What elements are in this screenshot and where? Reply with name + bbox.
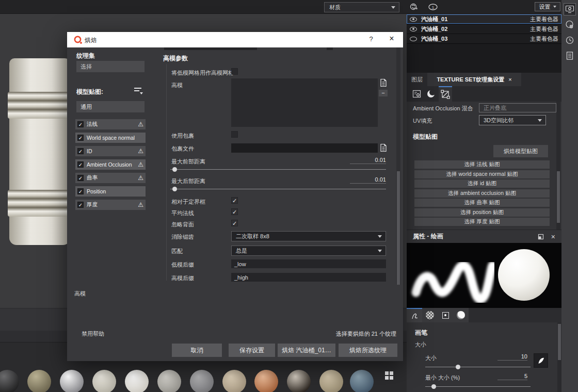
model-gas-canister[interactable] — [9, 58, 70, 245]
sync-visibility-icon[interactable] — [409, 3, 419, 11]
max-rear-value[interactable]: 0.01 — [350, 176, 386, 184]
select-map-button[interactable]: 选择 ambient occlusion 贴图 — [414, 189, 550, 198]
material-tab[interactable] — [453, 308, 469, 322]
checkbox-checked[interactable]: ✓ — [77, 135, 84, 141]
select-map-button[interactable]: 选择 厚度 贴图 — [414, 218, 550, 226]
use-low-as-high-checkbox[interactable] — [231, 68, 238, 75]
material-thumbnail[interactable] — [92, 370, 116, 392]
cage-file-field[interactable] — [231, 143, 378, 153]
cancel-button[interactable]: 取消 — [172, 344, 222, 357]
stencil-tab[interactable] — [438, 308, 453, 322]
checkbox-checked[interactable]: ✓ — [77, 161, 84, 168]
match-dropdown[interactable]: 总是 — [231, 246, 386, 256]
shader-label[interactable]: 主要着色器 — [530, 15, 558, 23]
disable-help-label[interactable]: 禁用帮助 — [82, 330, 104, 338]
close-icon[interactable]: × — [386, 34, 397, 45]
antialiasing-dropdown[interactable]: 二次取样 8x8 — [231, 231, 386, 241]
min-size-value[interactable]: 5 — [497, 373, 527, 380]
material-thumbnail[interactable] — [157, 370, 181, 392]
ignore-backface-checkbox[interactable]: ✓ — [231, 220, 238, 226]
size-slider[interactable] — [425, 365, 531, 369]
checkbox-checked[interactable]: ✓ — [77, 175, 84, 181]
bake-current-button[interactable]: 烘焙 汽油桶_01… — [278, 344, 335, 357]
bake-map-row[interactable]: ✓World space normal — [75, 133, 146, 143]
bake-map-row[interactable]: ✓Position — [75, 186, 146, 197]
high-poly-list[interactable] — [231, 78, 378, 127]
bake-map-row[interactable]: ✓Ambient Occlusion⚠ — [75, 159, 146, 170]
tab-close-icon[interactable]: × — [508, 76, 511, 83]
bake-map-row[interactable]: ✓曲率⚠ — [75, 173, 146, 183]
checkbox-checked[interactable]: ✓ — [77, 188, 84, 194]
select-map-button[interactable]: 选择 position 贴图 — [414, 208, 550, 217]
scrollbar[interactable] — [556, 102, 560, 230]
texture-set-select[interactable]: 选择 — [76, 61, 145, 72]
save-settings-button[interactable]: 保存设置 — [229, 344, 275, 357]
file-browse-icon[interactable] — [380, 78, 387, 87]
file-browse-icon[interactable] — [380, 143, 387, 152]
select-map-button[interactable]: 选择 world space normal 贴图 — [414, 170, 550, 178]
preset-common[interactable]: 通用 — [76, 101, 145, 112]
material-thumbnail[interactable] — [60, 370, 84, 392]
material-thumbnail[interactable] — [319, 370, 343, 392]
eye-hidden-icon[interactable] — [410, 37, 417, 41]
display-settings-icon[interactable] — [564, 3, 576, 15]
texture-set-row[interactable]: 汽油桶_02主要着色器 — [407, 24, 561, 34]
bake-map-row[interactable]: ✓法线⚠ — [75, 119, 146, 129]
checkbox-checked[interactable]: ✓ — [77, 121, 84, 127]
texture-set-row[interactable]: 汽油桶_01主要着色器 — [407, 14, 561, 24]
mesh-maps-icon[interactable] — [439, 86, 452, 102]
shader-label[interactable]: 主要着色器 — [530, 35, 558, 43]
uv-padding-dropdown[interactable]: 3D空间比邻 — [479, 115, 546, 125]
dock-icon[interactable] — [538, 234, 544, 240]
log-icon[interactable] — [564, 50, 576, 62]
high-suffix-field[interactable]: _high — [231, 273, 386, 282]
scrollbar[interactable] — [557, 322, 561, 392]
tab-texture-set-settings[interactable]: TEXTURE SET纹理集设置 × — [427, 73, 521, 86]
viewport-mode-dropdown[interactable]: 材质 — [324, 2, 399, 12]
checkbox-checked[interactable]: ✓ — [77, 148, 84, 154]
bake-selected-button[interactable]: 烘焙所选纹理 — [339, 344, 397, 357]
eye-single-icon[interactable]: 1 — [427, 3, 439, 11]
bake-map-row[interactable]: ✓厚度⚠ — [75, 200, 146, 210]
max-frontal-slider[interactable] — [170, 167, 386, 172]
eye-visible-icon[interactable] — [410, 27, 417, 31]
help-icon[interactable]: ? — [366, 35, 376, 44]
size-value[interactable]: 10 — [497, 353, 527, 361]
max-rear-slider[interactable] — [170, 187, 386, 191]
tab-layers[interactable]: 图层 — [407, 73, 427, 86]
select-map-button[interactable]: 选择 法线 贴图 — [414, 160, 550, 169]
shelf-grid-view-icon[interactable] — [385, 371, 394, 381]
bake-map-row[interactable]: ✓ID⚠ — [75, 146, 146, 156]
average-normals-checkbox[interactable]: ✓ — [231, 208, 238, 215]
material-thumbnail[interactable] — [125, 370, 149, 392]
dialog-scrollbar[interactable] — [396, 47, 400, 285]
dialog-title-bar[interactable]: 烘焙 ? × — [67, 32, 403, 47]
bake-mesh-maps-button[interactable]: 烘焙模型贴图 — [493, 145, 548, 157]
low-suffix-field[interactable]: _low — [231, 259, 386, 268]
select-map-button[interactable]: 选择 id 贴图 — [414, 179, 550, 188]
use-cage-checkbox[interactable] — [231, 131, 238, 138]
alpha-tab[interactable] — [422, 308, 438, 322]
relative-bbox-checkbox[interactable]: ✓ — [231, 197, 238, 204]
material-thumbnail[interactable] — [222, 370, 246, 392]
remove-icon[interactable]: − — [379, 90, 388, 96]
close-icon[interactable]: × — [551, 233, 555, 241]
history-icon[interactable] — [564, 34, 576, 46]
material-thumbnail[interactable] — [350, 370, 374, 392]
material-sphere-icon[interactable] — [424, 86, 438, 102]
material-thumbnail[interactable] — [254, 370, 278, 392]
material-thumbnail[interactable] — [27, 370, 51, 392]
material-thumbnail[interactable] — [190, 370, 214, 392]
checkbox-checked[interactable]: ✓ — [77, 202, 84, 208]
select-map-button[interactable]: 选择 曲率 贴图 — [414, 199, 550, 207]
max-frontal-value[interactable]: 0.01 — [350, 157, 386, 164]
channels-settings-icon[interactable] — [410, 86, 423, 102]
eye-visible-icon[interactable] — [410, 17, 417, 22]
material-thumbnail[interactable] — [287, 370, 311, 392]
texture-set-row[interactable]: 汽油桶_03主要着色器 — [407, 34, 561, 44]
min-size-slider[interactable] — [425, 384, 531, 389]
brush-tab[interactable] — [407, 308, 422, 322]
brush-tip-button[interactable] — [534, 353, 548, 368]
settings-dropdown-button[interactable]: 设置 — [535, 2, 560, 11]
shader-label[interactable]: 主要着色器 — [530, 25, 558, 33]
